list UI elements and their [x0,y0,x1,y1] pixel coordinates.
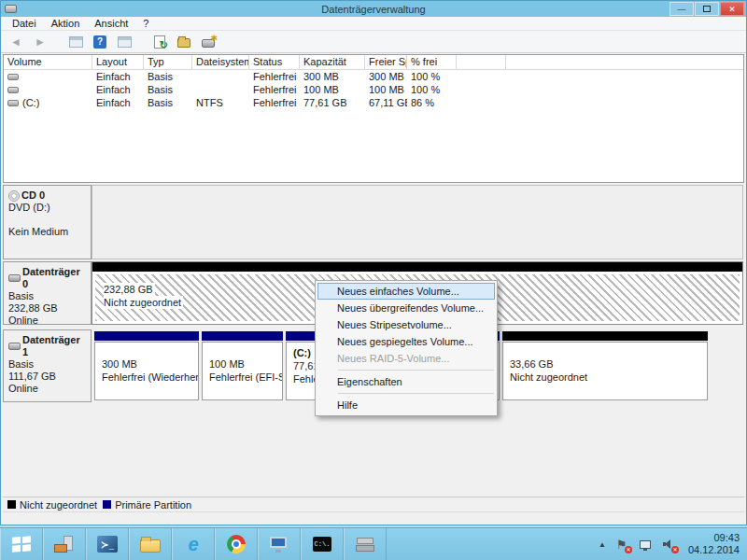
taskbar-computer-management[interactable] [258,528,301,560]
disk1-label[interactable]: Datenträger 1 Basis 111,67 GB Online [3,329,92,402]
server-manager-icon [54,536,75,553]
internet-explorer-icon: e [188,535,198,553]
forward-button[interactable]: ► [31,33,49,51]
window-controls: — ✕ [669,2,744,16]
cd-drive-row: CD 0 DVD (D:) Kein Medium [1,185,747,259]
legend-primary-partition: Primäre Partition [103,499,191,511]
column-dateisystem[interactable]: Dateisystem [192,55,249,69]
primary-partition-bar [94,331,199,341]
refresh-button[interactable] [150,33,169,51]
unallocated-bar [502,331,708,341]
disk0-type: Basis [8,290,88,302]
menu-datei[interactable]: Datei [5,18,44,29]
column-typ[interactable]: Typ [144,55,192,69]
context-menu: Neues einfaches Volume... Neues übergrei… [315,280,498,416]
cd-status: Kein Medium [8,226,88,238]
volume-list-header[interactable]: Volume Layout Typ Dateisystem Status Kap… [4,55,743,70]
cd-graph-empty[interactable] [92,185,743,259]
menu-item-new-simple-volume[interactable]: Neues einfaches Volume... [317,283,495,300]
show-hidden-icons-icon[interactable]: ▲ [599,540,606,549]
back-icon: ◄ [10,35,21,49]
taskbar-server-manager[interactable] [43,528,86,560]
taskbar-devices[interactable] [344,528,387,560]
menu-aktion[interactable]: Aktion [44,18,88,29]
volume-muted-icon[interactable]: ✕ [661,537,676,552]
cd-icon [8,190,20,202]
console-tree-button[interactable] [66,33,85,51]
clock[interactable]: 09:43 04.12.2014 [684,532,740,556]
partition-status: Fehlerfrei (EFI-Syste [209,371,282,384]
action-pane-button[interactable] [115,33,134,51]
primary-partition-bar [202,331,283,341]
taskbar-file-explorer[interactable] [129,528,172,560]
back-button[interactable]: ◄ [7,33,25,51]
taskbar-chrome[interactable] [215,528,258,560]
console-tree-icon [69,36,83,48]
partition-status: Nicht zugeordnet [510,371,707,384]
unallocated-bar [92,262,742,272]
menu-ansicht[interactable]: Ansicht [87,18,135,29]
partition-recovery[interactable]: 300 MB Fehlerfrei (Wiederherstellu [94,329,199,402]
menu-help[interactable]: ? [135,18,156,29]
disk0-label[interactable]: Datenträger 0 Basis 232,88 GB Online [3,261,92,325]
column-pct-frei[interactable]: % frei [407,55,457,69]
disk0-size: 232,88 GB [8,302,88,315]
column-freier-sp[interactable]: Freier Sp... [365,55,407,69]
desktop: Datenträgerverwaltung — ✕ Datei Aktion A… [0,0,747,560]
primary-partition-swatch [103,500,111,509]
refresh-icon [154,35,165,49]
taskbar-internet-explorer[interactable]: e [172,528,215,560]
status-bar [3,511,744,524]
column-volume[interactable]: Volume [4,55,92,69]
partition-status: Fehlerfrei (Wiederherstellu [102,371,198,384]
column-layout[interactable]: Layout [92,55,144,69]
computer-management-icon [270,537,289,553]
legend-unallocated: Nicht zugeordnet [7,499,97,511]
window-title: Datenträgerverwaltung [1,4,746,15]
disk1-status: Online [8,383,88,395]
partition-unallocated[interactable]: 33,66 GB Nicht zugeordnet [502,329,708,402]
table-row[interactable]: (C:) Einfach Basis NTFS Fehlerfrei (... … [4,96,743,109]
taskbar: ≻_ e C:\. ▲ ⚑✕ ✕ [0,527,747,560]
action-pane-icon [118,36,132,48]
volume-icon [7,87,19,93]
action-center-flag-icon[interactable]: ⚑✕ [614,537,629,552]
start-button[interactable] [0,528,43,560]
forward-icon: ► [35,35,46,49]
taskbar-powershell[interactable]: ≻_ [86,528,129,560]
restore-button[interactable] [695,2,719,16]
column-status[interactable]: Status [249,55,300,69]
taskbar-command-prompt[interactable]: C:\. [301,528,344,560]
clock-date: 04.12.2014 [688,544,740,556]
titlebar[interactable]: Datenträgerverwaltung — ✕ [1,1,746,17]
help-button[interactable]: ? [91,33,109,51]
help-icon: ? [93,35,106,49]
table-row[interactable]: Einfach Basis Fehlerfrei (... 300 MB 300… [4,70,743,83]
menu-item-help[interactable]: Hilfe [317,397,495,413]
disk-icon [8,343,21,350]
clock-time: 09:43 [688,532,740,544]
menu-item-new-spanned-volume[interactable]: Neues übergreifendes Volume... [317,300,495,316]
system-tray: ▲ ⚑✕ ✕ 09:43 04.12.2014 [599,528,747,560]
partition-size: 33,66 GB [510,357,707,371]
properties-button[interactable] [175,33,193,51]
new-volume-wizard-button[interactable] [199,33,218,51]
partition-efi[interactable]: 100 MB Fehlerfrei (EFI-Syste [202,329,283,402]
folder-icon [140,539,161,553]
menu-item-new-striped-volume[interactable]: Neues Stripesetvolume... [317,316,495,333]
column-kapazitaet[interactable]: Kapazität [300,55,365,69]
menu-item-new-mirrored-volume[interactable]: Neues gespiegeltes Volume... [317,333,495,350]
table-row[interactable]: Einfach Basis Fehlerfrei (... 100 MB 100… [4,83,743,96]
minimize-button[interactable]: — [669,2,694,16]
cd-drive-label[interactable]: CD 0 DVD (D:) Kein Medium [3,185,92,259]
windows-logo-icon [12,536,31,552]
close-button[interactable]: ✕ [720,2,744,16]
command-prompt-icon: C:\. [313,537,331,552]
network-icon[interactable] [638,537,653,552]
new-volume-wizard-icon [202,39,215,48]
partition-size: 100 MB [209,357,282,371]
menu-item-properties[interactable]: Eigenschaften [317,373,495,390]
menu-separator [338,370,494,371]
disk-icon [8,274,21,282]
volume-icon [7,74,19,80]
